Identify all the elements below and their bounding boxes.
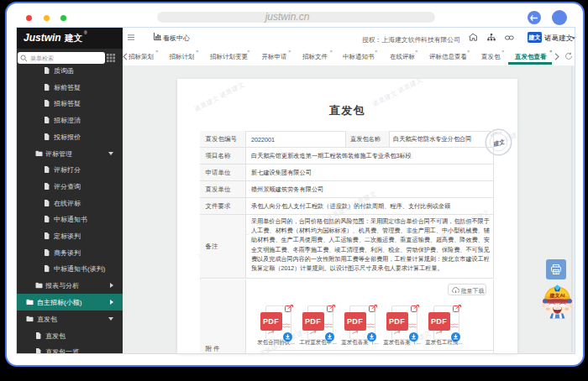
svg-text:建文AI: 建文AI xyxy=(549,292,564,299)
